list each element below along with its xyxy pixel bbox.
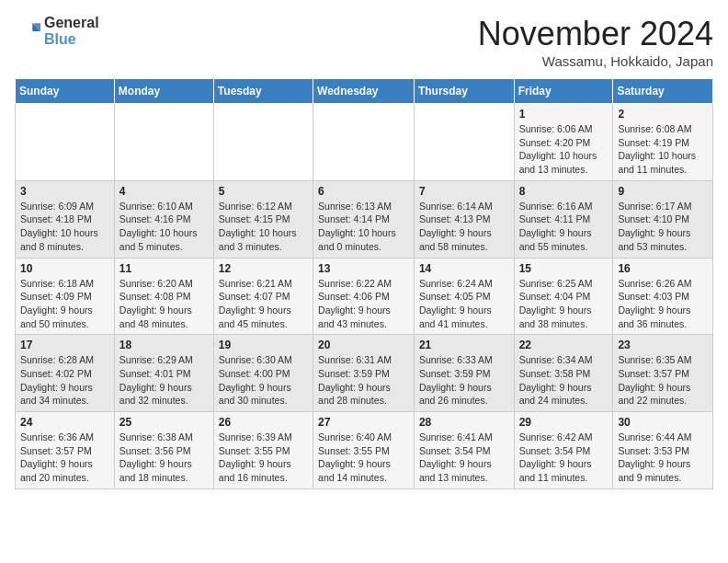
cell-4-2: 18Sunrise: 6:29 AM Sunset: 4:01 PM Dayli… [114,335,213,412]
day-number: 4 [119,185,209,198]
cell-3-7: 16Sunrise: 6:26 AM Sunset: 4:03 PM Dayli… [613,258,713,335]
header-wednesday: Wednesday [313,79,415,104]
cell-info: Sunrise: 6:24 AM Sunset: 4:05 PM Dayligh… [419,277,509,331]
title-block: November 2024 Wassamu, Hokkaido, Japan [478,15,713,69]
cell-info: Sunrise: 6:21 AM Sunset: 4:07 PM Dayligh… [219,277,308,331]
cell-info: Sunrise: 6:20 AM Sunset: 4:08 PM Dayligh… [119,277,209,331]
cell-5-3: 26Sunrise: 6:39 AM Sunset: 3:55 PM Dayli… [213,412,313,489]
cell-info: Sunrise: 6:30 AM Sunset: 4:00 PM Dayligh… [219,353,308,408]
cell-4-7: 23Sunrise: 6:35 AM Sunset: 3:57 PM Dayli… [613,335,713,412]
cell-2-3: 5Sunrise: 6:12 AM Sunset: 4:15 PM Daylig… [213,180,313,258]
header-thursday: Thursday [414,79,514,104]
calendar-header-row: SundayMondayTuesdayWednesdayThursdayFrid… [16,79,713,104]
month-title: November 2024 [478,15,713,53]
day-number: 6 [318,185,409,198]
week-row-4: 17Sunrise: 6:28 AM Sunset: 4:02 PM Dayli… [16,335,713,412]
cell-1-3 [213,104,313,181]
calendar-table: SundayMondayTuesdayWednesdayThursdayFrid… [15,78,713,489]
cell-info: Sunrise: 6:33 AM Sunset: 3:59 PM Dayligh… [419,353,509,408]
day-number: 27 [318,416,409,429]
day-number: 26 [219,416,308,429]
calendar-body: 1Sunrise: 6:06 AM Sunset: 4:20 PM Daylig… [16,104,713,489]
cell-5-5: 28Sunrise: 6:41 AM Sunset: 3:54 PM Dayli… [414,412,514,489]
cell-4-1: 17Sunrise: 6:28 AM Sunset: 4:02 PM Dayli… [16,335,115,412]
cell-5-7: 30Sunrise: 6:44 AM Sunset: 3:53 PM Dayli… [613,412,713,489]
cell-1-2 [114,104,213,181]
day-number: 28 [419,416,509,429]
cell-info: Sunrise: 6:10 AM Sunset: 4:16 PM Dayligh… [119,200,209,254]
cell-info: Sunrise: 6:17 AM Sunset: 4:10 PM Dayligh… [618,200,708,254]
day-number: 8 [519,185,609,198]
cell-info: Sunrise: 6:36 AM Sunset: 3:57 PM Dayligh… [20,431,109,485]
day-number: 25 [119,416,209,429]
cell-3-1: 10Sunrise: 6:18 AM Sunset: 4:09 PM Dayli… [16,258,115,335]
cell-info: Sunrise: 6:22 AM Sunset: 4:06 PM Dayligh… [318,277,409,331]
cell-3-5: 14Sunrise: 6:24 AM Sunset: 4:05 PM Dayli… [414,258,514,335]
day-number: 19 [219,339,308,351]
cell-2-6: 8Sunrise: 6:16 AM Sunset: 4:11 PM Daylig… [514,180,613,258]
cell-info: Sunrise: 6:12 AM Sunset: 4:15 PM Dayligh… [219,200,308,254]
header-sunday: Sunday [16,79,115,104]
day-number: 15 [519,262,609,275]
cell-info: Sunrise: 6:29 AM Sunset: 4:01 PM Dayligh… [119,353,209,408]
cell-info: Sunrise: 6:06 AM Sunset: 4:20 PM Dayligh… [519,122,609,177]
header-saturday: Saturday [613,79,713,104]
day-number: 17 [20,339,109,351]
cell-info: Sunrise: 6:26 AM Sunset: 4:03 PM Dayligh… [618,277,708,331]
cell-info: Sunrise: 6:08 AM Sunset: 4:19 PM Dayligh… [618,122,708,177]
day-number: 20 [318,339,409,351]
day-number: 22 [519,339,609,351]
header-monday: Monday [114,79,213,104]
cell-4-6: 22Sunrise: 6:34 AM Sunset: 3:58 PM Dayli… [514,335,613,412]
week-row-5: 24Sunrise: 6:36 AM Sunset: 3:57 PM Dayli… [16,412,713,489]
week-row-3: 10Sunrise: 6:18 AM Sunset: 4:09 PM Dayli… [16,258,713,335]
cell-4-4: 20Sunrise: 6:31 AM Sunset: 3:59 PM Dayli… [313,335,415,412]
cell-2-2: 4Sunrise: 6:10 AM Sunset: 4:16 PM Daylig… [114,180,213,258]
cell-info: Sunrise: 6:41 AM Sunset: 3:54 PM Dayligh… [419,431,509,485]
logo-line1: General [44,15,99,31]
cell-1-6: 1Sunrise: 6:06 AM Sunset: 4:20 PM Daylig… [514,104,613,181]
day-number: 14 [419,262,509,275]
day-number: 21 [419,339,509,351]
cell-info: Sunrise: 6:09 AM Sunset: 4:18 PM Dayligh… [20,200,109,254]
cell-3-4: 13Sunrise: 6:22 AM Sunset: 4:06 PM Dayli… [313,258,415,335]
day-number: 13 [318,262,409,275]
cell-5-2: 25Sunrise: 6:38 AM Sunset: 3:56 PM Dayli… [114,412,213,489]
day-number: 16 [618,262,708,275]
day-number: 23 [618,339,708,351]
cell-info: Sunrise: 6:44 AM Sunset: 3:53 PM Dayligh… [618,431,708,485]
day-number: 18 [119,339,209,351]
cell-4-5: 21Sunrise: 6:33 AM Sunset: 3:59 PM Dayli… [414,335,514,412]
cell-3-2: 11Sunrise: 6:20 AM Sunset: 4:08 PM Dayli… [114,258,213,335]
cell-1-5 [414,104,514,181]
cell-info: Sunrise: 6:25 AM Sunset: 4:04 PM Dayligh… [519,277,609,331]
cell-2-5: 7Sunrise: 6:14 AM Sunset: 4:13 PM Daylig… [414,180,514,258]
cell-info: Sunrise: 6:18 AM Sunset: 4:09 PM Dayligh… [20,277,109,331]
cell-2-1: 3Sunrise: 6:09 AM Sunset: 4:18 PM Daylig… [16,180,115,258]
day-number: 24 [20,416,109,429]
logo-line2: Blue [44,31,99,48]
page-header: General Blue November 2024 Wassamu, Hokk… [15,15,713,69]
cell-info: Sunrise: 6:28 AM Sunset: 4:02 PM Dayligh… [20,353,109,408]
logo: General Blue [15,15,99,47]
header-friday: Friday [514,79,613,104]
day-number: 12 [219,262,308,275]
day-number: 7 [419,185,509,198]
cell-info: Sunrise: 6:16 AM Sunset: 4:11 PM Dayligh… [519,200,609,254]
day-number: 3 [20,185,109,198]
cell-1-1 [16,104,115,181]
cell-3-3: 12Sunrise: 6:21 AM Sunset: 4:07 PM Dayli… [213,258,313,335]
cell-1-7: 2Sunrise: 6:08 AM Sunset: 4:19 PM Daylig… [613,104,713,181]
cell-2-7: 9Sunrise: 6:17 AM Sunset: 4:10 PM Daylig… [613,180,713,258]
day-number: 2 [618,108,708,121]
cell-5-4: 27Sunrise: 6:40 AM Sunset: 3:55 PM Dayli… [313,412,415,489]
day-number: 1 [519,108,609,121]
cell-4-3: 19Sunrise: 6:30 AM Sunset: 4:00 PM Dayli… [213,335,313,412]
cell-info: Sunrise: 6:31 AM Sunset: 3:59 PM Dayligh… [318,353,409,408]
day-number: 30 [618,416,708,429]
day-number: 29 [519,416,609,429]
cell-info: Sunrise: 6:38 AM Sunset: 3:56 PM Dayligh… [119,431,209,485]
cell-info: Sunrise: 6:42 AM Sunset: 3:54 PM Dayligh… [519,431,609,485]
cell-info: Sunrise: 6:39 AM Sunset: 3:55 PM Dayligh… [219,431,308,485]
cell-3-6: 15Sunrise: 6:25 AM Sunset: 4:04 PM Dayli… [514,258,613,335]
